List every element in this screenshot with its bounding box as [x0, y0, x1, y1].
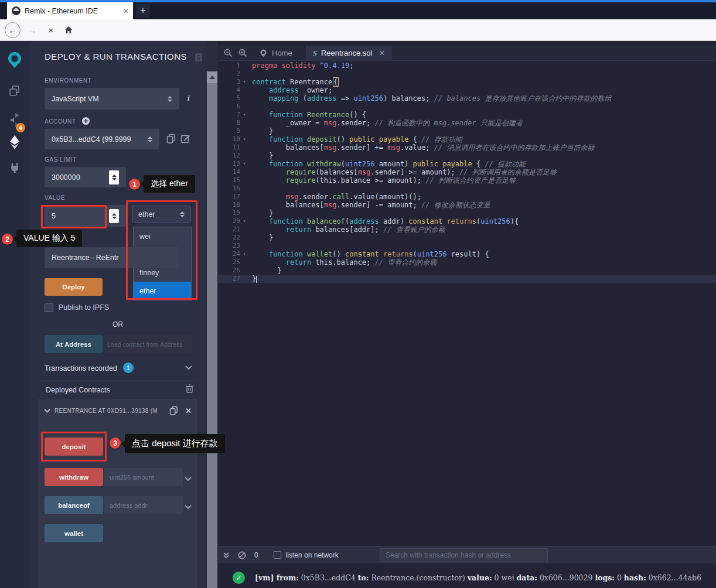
value-input[interactable]: 5: [45, 205, 126, 227]
expand-terminal-icon[interactable]: [223, 552, 230, 559]
code-line-19[interactable]: 19 }: [218, 209, 716, 217]
code-line-9[interactable]: 9 }: [218, 127, 716, 135]
code-line-13[interactable]: 13▾ function withdraw(uint256 amount) pu…: [218, 160, 716, 168]
tab-home[interactable]: Home: [255, 46, 296, 61]
code-line-4[interactable]: 4 address _owner;: [218, 86, 716, 94]
file-explorer-icon[interactable]: [0, 84, 29, 97]
code-line-1[interactable]: 1pragma solidity ^0.4.19;: [218, 61, 716, 70]
deploy-run-icon[interactable]: [0, 135, 29, 150]
code-line-14[interactable]: 14 require(balances[msg.sender] >= amoun…: [218, 168, 716, 176]
unit-option-ether[interactable]: ether: [134, 282, 191, 300]
back-button[interactable]: ←: [5, 22, 21, 38]
stop-icon[interactable]: ×: [44, 25, 58, 35]
fold-arrow-icon[interactable]: ▾: [240, 78, 248, 86]
stepper-icon[interactable]: [109, 209, 119, 223]
deployed-contract-card: REENTRANCE AT 0XD91...39138 (M ✕ deposit…: [38, 399, 197, 588]
code-line-18[interactable]: 18 balances[msg.sender] -= amount; // 修改…: [218, 201, 716, 209]
code-line-16[interactable]: 16: [218, 184, 716, 193]
code-line-20[interactable]: 20▾ function balanceof(address addr) con…: [218, 217, 716, 225]
balanceof-arg-input[interactable]: [104, 496, 183, 514]
unit-option-wei[interactable]: wei: [134, 227, 191, 245]
environment-info-icon[interactable]: i: [187, 94, 190, 103]
remove-contract-icon[interactable]: ✕: [185, 406, 192, 415]
trash-icon[interactable]: [186, 384, 193, 393]
copy-address-icon[interactable]: [169, 406, 178, 415]
scroll-up-icon[interactable]: [207, 71, 217, 83]
code-line-11[interactable]: 11 balances[msg.sender] += msg.value; //…: [218, 143, 716, 152]
zoom-in-icon[interactable]: [238, 49, 247, 57]
at-address-button[interactable]: At Address: [45, 335, 103, 353]
solidity-compiler-icon[interactable]: [0, 112, 29, 128]
tx-success-icon: ✓: [233, 572, 245, 584]
code-line-10[interactable]: 10▾ function deposit() public payable { …: [218, 135, 716, 143]
deploy-button[interactable]: Deploy: [45, 278, 103, 296]
function-row-balanceof: balanceof: [45, 496, 193, 514]
environment-select[interactable]: JavaScript VM: [45, 88, 179, 110]
transactions-recorded-badge: 1: [123, 363, 134, 373]
doc-icon[interactable]: [195, 53, 203, 62]
fold-arrow-icon[interactable]: ▾: [240, 160, 248, 168]
code-line-24[interactable]: 24▾ function wallet() constant returns(u…: [218, 250, 716, 258]
publish-ipfs-checkbox[interactable]: [45, 303, 53, 312]
remix-logo-icon[interactable]: [0, 50, 29, 69]
browser-tab[interactable]: Remix - Ethereum IDE ×: [7, 2, 133, 19]
home-icon[interactable]: [62, 25, 76, 35]
deployed-contract-header[interactable]: REENTRANCE AT 0XD91...39138 (M ✕: [44, 406, 192, 415]
line-number: 17: [218, 193, 240, 201]
code-line-8[interactable]: 8 _owner = msg.sender; // 构造函数中的 msg.sen…: [218, 119, 716, 127]
fold-arrow-icon[interactable]: ▾: [240, 135, 248, 143]
account-select[interactable]: 0x5B3...eddC4 (99.9999: [45, 129, 159, 149]
add-account-icon[interactable]: [81, 117, 90, 125]
chevron-down-icon[interactable]: [185, 473, 192, 484]
code-line-17[interactable]: 17 msg.sender.call.value(amount)();: [218, 193, 716, 201]
balanceof-button[interactable]: balanceof: [45, 496, 103, 514]
listen-network-checkbox[interactable]: [274, 551, 281, 559]
code-line-23[interactable]: 23: [218, 242, 716, 250]
at-address-input[interactable]: [103, 335, 192, 353]
code-line-21[interactable]: 21 return balances[addr]; // 查看账户的余额: [218, 225, 716, 234]
transactions-recorded-label: Transactions recorded: [45, 364, 117, 372]
fold-arrow-icon[interactable]: ▾: [240, 111, 248, 119]
gas-limit-input[interactable]: 3000000: [45, 167, 126, 187]
wallet-button[interactable]: wallet: [45, 524, 103, 542]
new-tab-button[interactable]: +: [136, 4, 150, 17]
close-file-icon[interactable]: ✕: [379, 49, 385, 57]
contract-select[interactable]: Reentrance - ReEntr: [45, 247, 179, 268]
copy-account-icon[interactable]: [166, 134, 176, 143]
code-line-2[interactable]: 2: [218, 70, 716, 78]
value-label: VALUE: [45, 194, 65, 201]
panel-scrollbar[interactable]: [206, 41, 218, 588]
gutter-space: [240, 184, 248, 193]
code-line-6[interactable]: 6: [218, 102, 716, 111]
tx-log-entry[interactable]: [vm] from: 0x5B3...eddC4 to: Reentrance.…: [255, 573, 701, 582]
close-tab-icon[interactable]: ×: [124, 6, 128, 16]
code-line-5[interactable]: 5 mapping (address => uint256) balances;…: [218, 94, 716, 102]
edit-account-icon[interactable]: [180, 134, 190, 143]
withdraw-arg-input[interactable]: [104, 468, 183, 486]
code-line-3[interactable]: 3▾contract Reentrance{: [218, 78, 716, 86]
zoom-out-icon[interactable]: [224, 49, 233, 57]
chevron-down-icon[interactable]: [185, 365, 192, 370]
chevron-down-icon[interactable]: [44, 409, 50, 413]
stepper-icon[interactable]: [109, 170, 119, 184]
code-line-15[interactable]: 15 require(this.balance >= amount); // 判…: [218, 176, 716, 184]
code-line-12[interactable]: 12 }: [218, 152, 716, 160]
code-line-25[interactable]: 25 return this.balance; // 查看合约的余额: [218, 258, 716, 266]
code-line-7[interactable]: 7▾ function Reentrance() {: [218, 111, 716, 119]
scrollbar-thumb[interactable]: [207, 83, 217, 588]
unit-select[interactable]: ether: [132, 206, 191, 223]
deposit-button[interactable]: deposit: [45, 437, 103, 456]
code-line-26[interactable]: 26 }: [218, 266, 716, 275]
clear-terminal-icon[interactable]: [238, 551, 246, 559]
code-line-27[interactable]: 27}: [218, 275, 716, 283]
fold-arrow-icon[interactable]: ▾: [240, 217, 248, 225]
code-line-22[interactable]: 22 }: [218, 234, 716, 242]
terminal-search-input[interactable]: [380, 548, 548, 562]
chevron-down-icon[interactable]: [185, 501, 192, 512]
tab-reentrance-sol[interactable]: S Reentrance.sol ✕: [306, 46, 392, 61]
code-editor[interactable]: 1pragma solidity ^0.4.19;23▾contract Ree…: [218, 61, 716, 283]
withdraw-button[interactable]: withdraw: [45, 468, 103, 486]
function-row-withdraw: withdraw: [45, 468, 193, 486]
plugin-manager-icon[interactable]: [0, 161, 29, 174]
fold-arrow-icon[interactable]: ▾: [240, 250, 248, 258]
